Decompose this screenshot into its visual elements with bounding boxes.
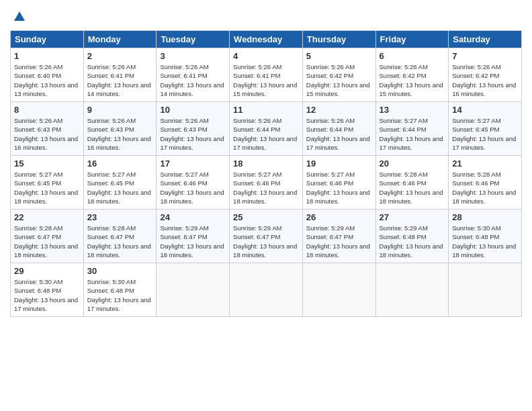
day-number: 27 bbox=[380, 212, 445, 222]
calendar-cell bbox=[449, 263, 522, 317]
day-detail: Sunrise: 5:28 AMSunset: 6:46 PMDaylight:… bbox=[452, 171, 516, 205]
week-row-3: 15 Sunrise: 5:27 AMSunset: 6:45 PMDaylig… bbox=[11, 156, 522, 210]
day-number: 22 bbox=[14, 212, 80, 222]
page: SundayMondayTuesdayWednesdayThursdayFrid… bbox=[0, 0, 532, 411]
day-detail: Sunrise: 5:26 AMSunset: 6:42 PMDaylight:… bbox=[380, 63, 443, 97]
day-number: 11 bbox=[233, 105, 299, 115]
day-number: 3 bbox=[160, 51, 226, 61]
header bbox=[10, 10, 522, 24]
calendar-cell: 6 Sunrise: 5:26 AMSunset: 6:42 PMDayligh… bbox=[375, 48, 449, 102]
day-detail: Sunrise: 5:27 AMSunset: 6:45 PMDaylight:… bbox=[452, 117, 516, 151]
day-detail: Sunrise: 5:29 AMSunset: 6:47 PMDaylight:… bbox=[233, 224, 297, 259]
day-detail: Sunrise: 5:29 AMSunset: 6:48 PMDaylight:… bbox=[380, 224, 443, 259]
calendar-cell: 2 Sunrise: 5:26 AMSunset: 6:41 PMDayligh… bbox=[83, 48, 157, 102]
day-number: 5 bbox=[306, 51, 372, 61]
header-thursday: Thursday bbox=[302, 31, 375, 48]
calendar-cell: 9 Sunrise: 5:26 AMSunset: 6:43 PMDayligh… bbox=[83, 102, 157, 156]
day-number: 30 bbox=[87, 266, 153, 276]
calendar-cell: 21 Sunrise: 5:28 AMSunset: 6:46 PMDaylig… bbox=[449, 156, 522, 210]
day-number: 6 bbox=[380, 51, 445, 61]
calendar-cell bbox=[302, 263, 375, 317]
day-number: 23 bbox=[87, 212, 153, 222]
week-row-2: 8 Sunrise: 5:26 AMSunset: 6:43 PMDayligh… bbox=[11, 102, 522, 156]
week-row-1: 1 Sunrise: 5:26 AMSunset: 6:40 PMDayligh… bbox=[11, 48, 522, 102]
calendar-cell: 16 Sunrise: 5:27 AMSunset: 6:45 PMDaylig… bbox=[83, 156, 157, 210]
calendar-cell: 3 Sunrise: 5:26 AMSunset: 6:41 PMDayligh… bbox=[157, 48, 230, 102]
day-detail: Sunrise: 5:30 AMSunset: 6:48 PMDaylight:… bbox=[87, 278, 151, 312]
logo bbox=[10, 10, 26, 24]
day-detail: Sunrise: 5:26 AMSunset: 6:43 PMDaylight:… bbox=[87, 117, 151, 151]
calendar-cell: 15 Sunrise: 5:27 AMSunset: 6:45 PMDaylig… bbox=[11, 156, 84, 210]
day-detail: Sunrise: 5:27 AMSunset: 6:46 PMDaylight:… bbox=[160, 171, 224, 205]
day-detail: Sunrise: 5:28 AMSunset: 6:46 PMDaylight:… bbox=[380, 171, 443, 205]
calendar-cell: 23 Sunrise: 5:28 AMSunset: 6:47 PMDaylig… bbox=[83, 210, 157, 263]
day-detail: Sunrise: 5:26 AMSunset: 6:43 PMDaylight:… bbox=[160, 117, 224, 151]
day-detail: Sunrise: 5:29 AMSunset: 6:47 PMDaylight:… bbox=[306, 224, 370, 259]
day-number: 18 bbox=[233, 158, 299, 169]
day-number: 10 bbox=[160, 105, 226, 115]
day-number: 1 bbox=[14, 51, 80, 61]
calendar-cell: 30 Sunrise: 5:30 AMSunset: 6:48 PMDaylig… bbox=[83, 263, 157, 317]
day-detail: Sunrise: 5:27 AMSunset: 6:44 PMDaylight:… bbox=[380, 117, 443, 151]
calendar-cell: 18 Sunrise: 5:27 AMSunset: 6:46 PMDaylig… bbox=[230, 156, 303, 210]
day-number: 4 bbox=[233, 51, 299, 61]
header-friday: Friday bbox=[375, 31, 449, 48]
calendar-cell: 17 Sunrise: 5:27 AMSunset: 6:46 PMDaylig… bbox=[157, 156, 230, 210]
day-detail: Sunrise: 5:26 AMSunset: 6:44 PMDaylight:… bbox=[306, 117, 370, 151]
calendar-cell: 1 Sunrise: 5:26 AMSunset: 6:40 PMDayligh… bbox=[11, 48, 84, 102]
day-number: 24 bbox=[160, 212, 226, 222]
day-number: 21 bbox=[452, 158, 518, 169]
calendar-cell: 4 Sunrise: 5:26 AMSunset: 6:41 PMDayligh… bbox=[230, 48, 303, 102]
header-saturday: Saturday bbox=[449, 31, 522, 48]
calendar-cell: 19 Sunrise: 5:27 AMSunset: 6:46 PMDaylig… bbox=[302, 156, 375, 210]
day-detail: Sunrise: 5:26 AMSunset: 6:42 PMDaylight:… bbox=[306, 63, 370, 97]
calendar-cell: 24 Sunrise: 5:29 AMSunset: 6:47 PMDaylig… bbox=[157, 210, 230, 263]
day-detail: Sunrise: 5:27 AMSunset: 6:45 PMDaylight:… bbox=[87, 171, 151, 205]
calendar-cell bbox=[375, 263, 449, 317]
day-number: 25 bbox=[233, 212, 299, 222]
day-number: 26 bbox=[306, 212, 372, 222]
day-detail: Sunrise: 5:26 AMSunset: 6:41 PMDaylight:… bbox=[160, 63, 224, 97]
day-number: 13 bbox=[380, 105, 445, 115]
calendar-cell: 26 Sunrise: 5:29 AMSunset: 6:47 PMDaylig… bbox=[302, 210, 375, 263]
day-detail: Sunrise: 5:30 AMSunset: 6:48 PMDaylight:… bbox=[452, 224, 516, 259]
calendar-cell: 10 Sunrise: 5:26 AMSunset: 6:43 PMDaylig… bbox=[157, 102, 230, 156]
calendar-cell: 14 Sunrise: 5:27 AMSunset: 6:45 PMDaylig… bbox=[449, 102, 522, 156]
calendar-cell: 29 Sunrise: 5:30 AMSunset: 6:48 PMDaylig… bbox=[11, 263, 84, 317]
day-detail: Sunrise: 5:29 AMSunset: 6:47 PMDaylight:… bbox=[160, 224, 224, 259]
calendar-cell bbox=[157, 263, 230, 317]
calendar-cell: 5 Sunrise: 5:26 AMSunset: 6:42 PMDayligh… bbox=[302, 48, 375, 102]
day-detail: Sunrise: 5:26 AMSunset: 6:42 PMDaylight:… bbox=[452, 63, 516, 97]
header-wednesday: Wednesday bbox=[230, 31, 303, 48]
header-monday: Monday bbox=[83, 31, 157, 48]
day-detail: Sunrise: 5:26 AMSunset: 6:40 PMDaylight:… bbox=[14, 63, 78, 97]
day-number: 8 bbox=[14, 105, 80, 115]
day-detail: Sunrise: 5:26 AMSunset: 6:44 PMDaylight:… bbox=[233, 117, 297, 151]
day-detail: Sunrise: 5:27 AMSunset: 6:46 PMDaylight:… bbox=[306, 171, 370, 205]
day-detail: Sunrise: 5:26 AMSunset: 6:41 PMDaylight:… bbox=[233, 63, 297, 97]
week-row-5: 29 Sunrise: 5:30 AMSunset: 6:48 PMDaylig… bbox=[11, 263, 522, 317]
calendar-cell: 11 Sunrise: 5:26 AMSunset: 6:44 PMDaylig… bbox=[230, 102, 303, 156]
day-detail: Sunrise: 5:28 AMSunset: 6:47 PMDaylight:… bbox=[87, 224, 151, 259]
header-sunday: Sunday bbox=[11, 31, 84, 48]
day-detail: Sunrise: 5:28 AMSunset: 6:47 PMDaylight:… bbox=[14, 224, 78, 259]
day-number: 29 bbox=[14, 266, 80, 276]
calendar-cell: 25 Sunrise: 5:29 AMSunset: 6:47 PMDaylig… bbox=[230, 210, 303, 263]
day-number: 16 bbox=[87, 158, 153, 169]
day-number: 28 bbox=[452, 212, 518, 222]
day-detail: Sunrise: 5:30 AMSunset: 6:48 PMDaylight:… bbox=[14, 278, 78, 312]
calendar-cell: 22 Sunrise: 5:28 AMSunset: 6:47 PMDaylig… bbox=[11, 210, 84, 263]
logo-icon bbox=[13, 10, 26, 24]
day-number: 9 bbox=[87, 105, 153, 115]
day-number: 17 bbox=[160, 158, 226, 169]
day-number: 15 bbox=[14, 158, 80, 169]
calendar-cell bbox=[230, 263, 303, 317]
day-number: 14 bbox=[452, 105, 518, 115]
day-detail: Sunrise: 5:26 AMSunset: 6:41 PMDaylight:… bbox=[87, 63, 151, 97]
day-number: 20 bbox=[380, 158, 445, 169]
calendar-cell: 8 Sunrise: 5:26 AMSunset: 6:43 PMDayligh… bbox=[11, 102, 84, 156]
day-detail: Sunrise: 5:26 AMSunset: 6:43 PMDaylight:… bbox=[14, 117, 78, 151]
svg-marker-0 bbox=[14, 11, 25, 21]
day-number: 19 bbox=[306, 158, 372, 169]
day-detail: Sunrise: 5:27 AMSunset: 6:46 PMDaylight:… bbox=[233, 171, 297, 205]
